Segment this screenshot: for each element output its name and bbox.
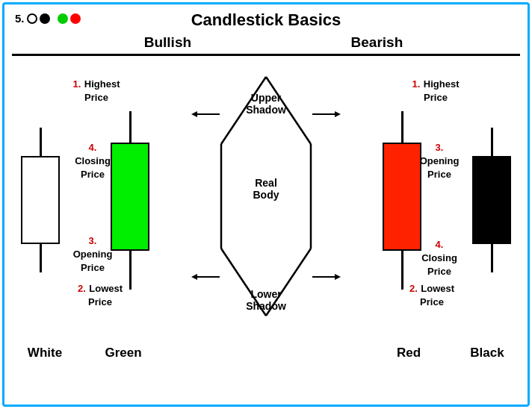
green-candle-col: 1. HighestPrice 4. ClosingPrice 3. Openi…	[70, 62, 167, 338]
white-wick-bottom	[40, 244, 42, 272]
circle-white-icon	[27, 13, 37, 24]
spacer-label	[172, 346, 360, 360]
red-bottom-text: LowestPrice	[420, 283, 454, 307]
svg-marker-9	[335, 111, 341, 117]
green-label: Green	[75, 346, 172, 360]
circle-red-icon	[70, 13, 81, 24]
green-top-label: 1. HighestPrice	[70, 77, 123, 104]
green-candle	[111, 111, 149, 290]
divider	[12, 54, 520, 56]
green-closing-num: 4.	[89, 142, 97, 153]
black-wick-bottom	[491, 244, 493, 272]
red-wick-bottom	[401, 251, 403, 290]
green-top-text: HighestPrice	[84, 78, 120, 103]
white-wick-top	[40, 128, 42, 156]
red-label: Red	[360, 346, 457, 360]
main-container: 5. Candlestick Basics Bullish Bearish	[2, 2, 530, 407]
red-candle-col: 1. HighestPrice 3. OpeningPrice 4. Closi…	[365, 62, 462, 338]
red-top-num: 1.	[412, 78, 421, 90]
section-labels: Bullish Bearish	[4, 33, 528, 52]
red-wick-top	[401, 111, 403, 143]
red-top-text: HighestPrice	[424, 78, 460, 103]
green-body	[111, 143, 149, 251]
svg-marker-11	[191, 274, 197, 280]
real-body-label: RealBody	[253, 177, 279, 201]
center-diagram: UpperShadow RealBody LowerShadow	[167, 62, 365, 338]
white-candle-col	[10, 62, 70, 338]
white-candle	[21, 128, 60, 272]
upper-shadow-label: UpperShadow	[246, 92, 286, 116]
black-candle	[472, 128, 511, 272]
svg-marker-7	[191, 111, 197, 117]
green-top-num: 1.	[73, 78, 81, 90]
black-wick-top	[491, 128, 493, 156]
green-wick-top	[129, 111, 132, 143]
red-opening-text: OpeningPrice	[420, 155, 460, 180]
circle-green-icon	[58, 13, 68, 24]
title-row: 5. Candlestick Basics	[4, 4, 528, 33]
red-closing-num: 4.	[436, 239, 444, 250]
red-candle	[383, 111, 421, 290]
page-title: Candlestick Basics	[191, 10, 341, 30]
bottom-labels: White Green Red Black	[4, 341, 528, 363]
lower-shadow-label: LowerShadow	[246, 288, 286, 312]
green-bottom-num: 2.	[78, 283, 86, 294]
black-label: Black	[457, 346, 517, 360]
red-top-label: 1. HighestPrice	[409, 77, 462, 104]
red-closing-text: ClosingPrice	[421, 252, 457, 277]
green-closing-text: ClosingPrice	[75, 155, 111, 180]
legend: 5.	[15, 12, 81, 25]
black-candle-col	[462, 62, 522, 338]
white-label: White	[15, 346, 75, 360]
bearish-label: Bearish	[351, 34, 403, 51]
green-opening-num: 3.	[89, 235, 97, 246]
circle-black-icon	[40, 13, 50, 24]
red-body	[383, 143, 421, 251]
legend-number: 5.	[15, 12, 25, 25]
bullish-label: Bullish	[144, 34, 191, 51]
red-opening-num: 3.	[436, 142, 444, 153]
green-wick-bottom	[129, 251, 132, 290]
black-body	[472, 156, 511, 244]
white-body	[21, 156, 60, 244]
green-opening-text: OpeningPrice	[73, 249, 113, 273]
svg-marker-13	[335, 274, 341, 280]
